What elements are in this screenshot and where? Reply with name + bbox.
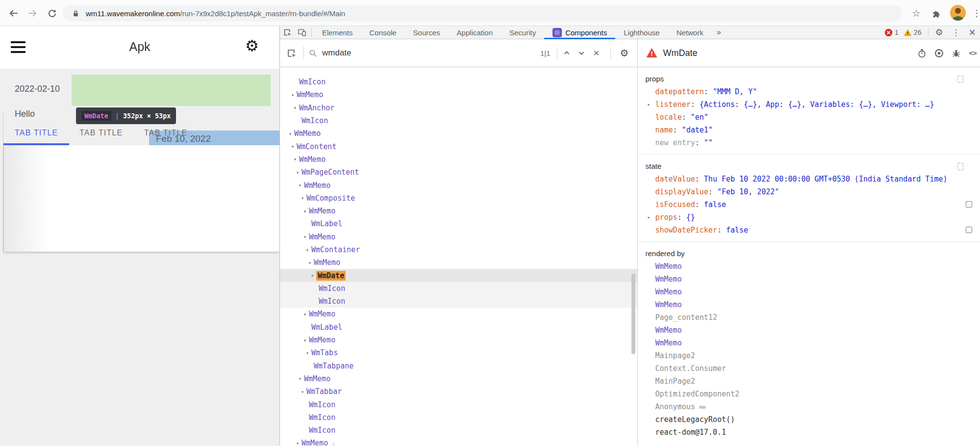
tree-expand-arrow-icon[interactable]: ▾ [286,131,294,136]
url-bar[interactable]: wm11.wavemakeronline.com/run-7x9x2d8c1p/… [63,5,902,22]
prop-value[interactable]: false [726,226,748,235]
prop-key[interactable]: dateValue [655,175,695,184]
prop-value[interactable]: "en" [691,113,708,122]
devtools-settings-gear-icon[interactable]: ⚙ [930,28,947,37]
tree-row-wmmemo-4[interactable]: ▾WmMemo [280,127,637,140]
tree-row-wmicon-16[interactable]: WmIcon [280,282,637,295]
next-match-chevron-down-icon[interactable] [574,47,589,59]
tree-expand-arrow-icon[interactable]: ▾ [301,338,309,343]
devtools-menu-icon[interactable]: ⋮ [948,28,965,37]
view-source-code-icon[interactable]: <> [969,49,977,57]
devtools-tab-application[interactable]: Application [449,26,501,39]
extensions-puzzle-icon[interactable] [929,6,943,20]
prop-value[interactable]: "MMM D, Y" [713,87,757,96]
rendered-by-item[interactable]: WmMemo [638,273,980,286]
rendered-by-item[interactable]: WmMemo [638,260,980,273]
boolean-checkbox[interactable] [966,227,972,233]
tree-row-wmmemo-23[interactable]: ▾WmMemo [280,372,637,385]
tree-row-wmicon-25[interactable]: WmIcon [280,398,637,411]
devtools-tab-sources[interactable]: Sources [405,26,449,39]
copy-to-clipboard-icon[interactable] [957,163,963,170]
tree-expand-arrow-icon[interactable]: ▾ [301,312,309,317]
devtools-tab-lighthouse[interactable]: Lighthouse [615,26,668,39]
tree-row-wmmemo-10[interactable]: ▾WmMemo [280,205,637,217]
devtools-tab-elements[interactable]: Elements [314,26,361,39]
tree-row-wmdate-15[interactable]: ▾WmDate [280,269,637,282]
components-inspect-icon[interactable] [284,47,299,59]
tree-row-wmcomposite-9[interactable]: ▾WmComposite [280,192,637,205]
prop-value[interactable]: Thu Feb 10 2022 00:00:00 GMT+0530 (India… [704,175,948,184]
tree-expand-arrow-icon[interactable]: ▾ [303,247,311,253]
more-tabs-chevron[interactable]: » [712,28,726,37]
tree-row-wmlabel-11[interactable]: WmLabel [280,217,637,230]
tree-row-wmicon-27[interactable]: WmIcon [280,424,637,437]
tree-row-wmpagecontent-7[interactable]: ▾WmPageContent [280,166,637,179]
prop-key[interactable]: displayValue [655,187,708,196]
rendered-by-item[interactable]: WmMemo [638,298,980,311]
tree-expand-arrow-icon[interactable]: ▾ [299,195,306,201]
tree-expand-arrow-icon[interactable]: ▾ [291,157,299,162]
tree-row-wmmemo-14[interactable]: ▾WmMemo [280,256,637,269]
bookmark-star-icon[interactable]: ☆ [909,6,923,20]
prev-match-chevron-up-icon[interactable] [559,47,574,59]
tree-expand-arrow-icon[interactable]: ▾ [289,92,297,98]
prop-key[interactable]: name [655,126,673,134]
preview-tab-1[interactable]: TAB TITLE [15,129,65,145]
reload-icon[interactable] [45,6,59,20]
tree-row-wmanchor-2[interactable]: ▾WmAnchor [280,102,637,114]
rendered-by-item[interactable]: WmMemo [638,324,980,337]
prop-value[interactable]: {Actions: {…}, App: {…}, Variables: {…},… [700,100,934,109]
tree-expand-arrow-icon[interactable]: ▾ [303,350,311,356]
inspect-element-icon[interactable] [280,26,295,39]
prop-value[interactable]: "" [704,138,713,147]
expand-arrow-icon[interactable]: ▸ [647,211,650,224]
preview-tab-3[interactable]: TAB TITLE [144,129,194,145]
inspect-dom-eye-icon[interactable] [934,49,944,58]
devtools-tab-console[interactable]: Console [361,26,405,39]
tree-expand-arrow-icon[interactable]: ▾ [294,441,302,446]
expand-arrow-icon[interactable]: ▸ [647,98,650,111]
devtools-close-icon[interactable]: × [965,27,980,38]
tree-row-wmmemo-12[interactable]: ▾WmMemo [280,231,637,243]
prop-value[interactable]: "date1" [682,126,713,134]
tree-row-wmmemo-6[interactable]: ▾WmMemo [280,153,637,166]
browser-menu-icon[interactable]: ⋮ [970,6,980,20]
profile-avatar[interactable] [950,5,966,21]
forward-icon[interactable] [25,6,39,20]
tree-expand-arrow-icon[interactable]: ▾ [291,105,299,110]
error-icon[interactable] [884,28,893,37]
tree-row-wmicon-0[interactable]: WmIcon [280,76,637,88]
suspense-timer-icon[interactable] [917,49,927,58]
tree-row-wmicon-3[interactable]: WmIcon [280,114,637,127]
tree-row-wmmemo-8[interactable]: ▾WmMemo [280,179,637,191]
tree-row-wmicon-17[interactable]: WmIcon [280,295,637,308]
app-settings-gear-icon[interactable]: ⚙ [245,38,259,53]
rendered-by-item[interactable]: WmMemo [638,286,980,298]
tree-row-wmcontainer-13[interactable]: ▾WmContainer [280,243,637,256]
prop-key[interactable]: isFocused [655,200,695,209]
prop-key[interactable]: showDatePicker [655,226,717,235]
prop-value[interactable]: "Feb 10, 2022" [717,187,779,196]
copy-to-clipboard-icon[interactable] [957,76,963,83]
tree-row-wmmemo-1[interactable]: ▾WmMemo [280,88,637,101]
prop-key[interactable]: locale [655,113,681,122]
preview-tab-2[interactable]: TAB TITLE [79,129,129,145]
tree-expand-arrow-icon[interactable]: ▾ [296,183,304,188]
clear-search-icon[interactable]: × [589,47,603,59]
tree-expand-arrow-icon[interactable]: ▾ [306,260,314,265]
tree-row-wmtabpane-22[interactable]: WmTabpane [280,360,637,372]
tree-expand-arrow-icon[interactable]: ▾ [299,389,306,394]
tree-row-wmtabs-21[interactable]: ▾WmTabs [280,346,637,359]
devtools-tab-components[interactable]: Components [544,26,615,39]
tree-expand-arrow-icon[interactable]: ▾ [289,144,297,149]
components-settings-gear-icon[interactable]: ⚙ [617,47,631,59]
tree-expand-arrow-icon[interactable]: ▾ [294,170,302,175]
tree-row-wmcontent-5[interactable]: ▾WmContent [280,140,637,153]
tree-row-wmmemo-18[interactable]: ▾WmMemo [280,308,637,320]
prop-key[interactable]: props [655,213,677,222]
prop-value[interactable]: false [704,200,726,209]
devtools-tab-security[interactable]: Security [501,26,544,39]
tree-expand-arrow-icon[interactable]: ▾ [308,273,316,278]
tree-row-wmmemo-20[interactable]: ▾WmMemo [280,334,637,346]
tree-row-wmicon-26[interactable]: WmIcon [280,411,637,424]
